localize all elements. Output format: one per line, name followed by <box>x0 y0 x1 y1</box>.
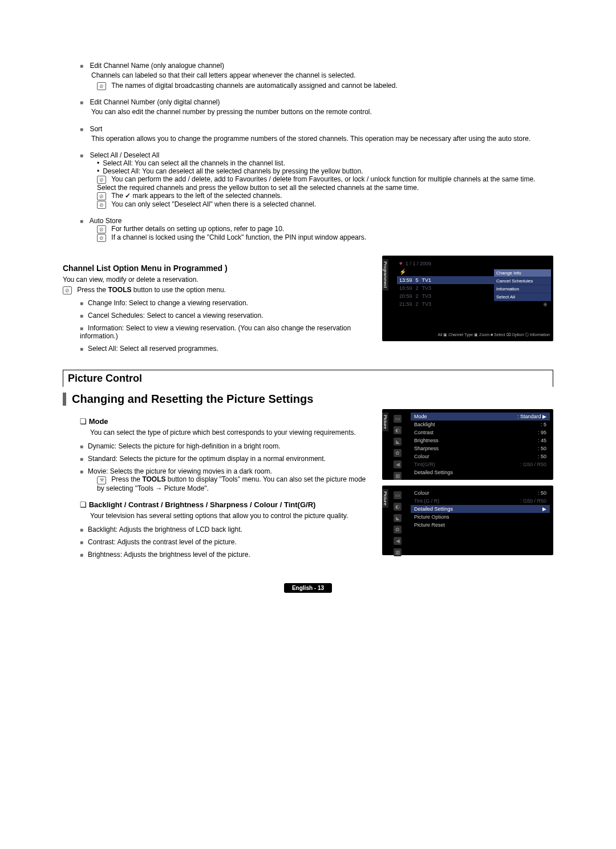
bullet: Deselect All: You can deselect all the s… <box>97 167 553 175</box>
speaker-icon: ◐ <box>394 426 402 434</box>
item-edit-channel-name: Edit Channel Name (only analogue channel… <box>80 62 553 70</box>
note-row: ⊘ Press the TOOLS button to use the opti… <box>63 286 371 294</box>
bullet: Change Info: Select to change a viewing … <box>80 299 371 307</box>
osd-row: Picture Reset <box>411 521 550 529</box>
note-text-post: mark appears to the left of the selected… <box>132 192 282 200</box>
bullet: Brightness: Adjusts the brightness level… <box>80 551 371 559</box>
programmed-desc: You can view, modify or delete a reserva… <box>63 275 371 285</box>
backlight-heading: Backlight / Contrast / Brightness / Shar… <box>80 500 371 509</box>
item-sort: Sort <box>80 125 553 133</box>
osd-date: 1 / 1 / 2009 <box>406 261 431 266</box>
backlight-desc: Your television has several setting opti… <box>90 511 371 521</box>
picture-control-band: Picture Control <box>63 370 553 387</box>
bullet: Cancel Schedules: Select to cancel a vie… <box>80 312 371 320</box>
monitor-icon: ▭ <box>394 491 402 499</box>
arrow-right-icon: ▶ <box>542 414 546 419</box>
osd-tab: Picture <box>382 489 388 508</box>
heart-icon: ♥ <box>399 260 403 266</box>
bullet: Information: Select to view a viewing re… <box>80 324 371 340</box>
note-icon: ⊘ <box>97 201 106 209</box>
osd-row: Colour: 50 <box>411 452 550 460</box>
osd-context-menu: Change Info Cancel Schedules Information… <box>494 269 551 301</box>
osd-row: Contrast: 95 <box>411 428 550 436</box>
gear-icon: ✿ <box>394 525 402 533</box>
item-desc: You can also edit the channel number by … <box>91 107 553 117</box>
picture-osd-col: Picture ▭ ◐ ◣ ✿ ◀ ▦ Mode: Standard ▶ Bac… <box>382 409 553 561</box>
osd-picture-1: Picture ▭ ◐ ◣ ✿ ◀ ▦ Mode: Standard ▶ Bac… <box>382 409 553 480</box>
note-post: button to use the option menu. <box>132 286 226 294</box>
item-auto-store: Auto Store <box>80 217 553 225</box>
tool-pre: Press the <box>111 475 142 483</box>
osd-tab: Picture <box>382 413 388 431</box>
osd-row: Sharpness: 50 <box>411 444 550 452</box>
mode-desc: You can select the type of picture which… <box>90 428 371 438</box>
note-icon: ⊘ <box>97 192 106 200</box>
programmed-text-col: Channel List Option Menu in Programmed )… <box>63 256 371 353</box>
bullet: Movie: Selects the picture for viewing m… <box>80 467 371 475</box>
mode-heading: Mode <box>80 417 371 426</box>
osd-row: 21:59 2 TV3 ◉ <box>397 300 550 308</box>
osd-side-icons: ▭ ◐ ◣ ✿ ◀ ▦ <box>394 491 402 556</box>
note-icon: ⊘ <box>63 286 72 294</box>
bolt-icon: ⚡ <box>399 269 406 275</box>
osd-tab: Programmed <box>382 259 388 290</box>
app-icon: ▦ <box>394 472 402 480</box>
tool-bold: TOOLS <box>142 475 165 483</box>
osd-programmed: Programmed ♥ 1 / 1 / 2009 ⚡ 13:59 5 TV1 … <box>382 256 553 341</box>
bullet: Dynamic: Selects the picture for high-de… <box>80 442 371 450</box>
item-title: Edit Channel Number (only digital channe… <box>90 98 220 106</box>
note-text-pre: The <box>111 192 125 200</box>
osd-row: Brightness: 45 <box>411 436 550 444</box>
input-icon: ◀ <box>394 537 402 545</box>
osd-menu-item: Select All <box>494 293 551 301</box>
item-title: Edit Channel Name (only analogue channel… <box>90 62 224 70</box>
item-title: Auto Store <box>90 217 122 225</box>
osd-side-icons: ▭ ◐ ◣ ✿ ◀ ▦ <box>394 415 402 480</box>
item-title: Select All / Deselect All <box>90 151 159 159</box>
arrow-right-icon: ▶ <box>542 506 546 512</box>
osd-row: Tint (G / R): G50 / R50 <box>411 497 550 505</box>
antenna-icon: ◣ <box>394 438 402 446</box>
picture-text-col: Mode You can select the type of picture … <box>63 409 371 561</box>
osd-row: Detailed Settings <box>411 468 550 476</box>
tool-row: ⚒ Press the TOOLS button to display "Too… <box>97 475 371 492</box>
item-desc: This operation allows you to change the … <box>91 134 553 144</box>
picture-settings-title: Changing and Resetting the Picture Setti… <box>63 393 553 406</box>
note-row: ⊘ For further details on setting up opti… <box>97 225 553 233</box>
note-icon: ⊘ <box>97 176 106 184</box>
note-row: ⊘ The names of digital broadcasting chan… <box>97 82 553 90</box>
osd-row: Picture Options <box>411 513 550 521</box>
item-select-all: Select All / Deselect All <box>80 151 553 159</box>
note-icon: ⊘ <box>97 234 106 242</box>
item-edit-channel-number: Edit Channel Number (only digital channe… <box>80 98 553 106</box>
note-text: You can only select "Deselect All" when … <box>111 200 316 208</box>
note-icon: ⊘ <box>97 82 106 90</box>
osd-menu-item: Change Info <box>494 269 551 277</box>
item-desc: Channels can labeled so that their call … <box>91 71 553 80</box>
osd-row: Mode: Standard ▶ <box>411 413 550 421</box>
page-number: English - 13 <box>284 583 332 593</box>
osd-menu-item: Information <box>494 285 551 293</box>
osd-picture-2: Picture ▭ ◐ ◣ ✿ ◀ ▦ Colour: 50 Tint (G /… <box>382 486 553 555</box>
antenna-icon: ◣ <box>394 514 402 522</box>
app-icon: ▦ <box>394 548 402 556</box>
note-row: ⊘ If a channel is locked using the "Chil… <box>97 233 553 242</box>
gear-icon: ✿ <box>394 449 402 457</box>
check-icon: ✓ <box>125 192 131 200</box>
manual-page: Edit Channel Name (only analogue channel… <box>0 0 616 614</box>
note-icon: ⊘ <box>97 225 106 233</box>
note-row: ⊘ You can perform the add / delete, add … <box>97 175 553 192</box>
note-text: The names of digital broadcasting channe… <box>111 82 398 90</box>
osd-row: Backlight: 5 <box>411 421 550 428</box>
programmed-heading: Channel List Option Menu in Programmed ) <box>63 264 371 273</box>
osd-row: Tint(G/R): G50 / R50 <box>411 460 550 468</box>
note-pre: Press the <box>77 286 108 294</box>
note-row: ⊘ You can only select "Deselect All" whe… <box>97 200 553 209</box>
bullet: Select All: Select all reserved programm… <box>80 345 371 353</box>
note-bold: TOOLS <box>108 286 131 294</box>
bullet: Select All: You can select all the chann… <box>97 159 553 167</box>
monitor-icon: ▭ <box>394 415 402 423</box>
programmed-osd-col: Programmed ♥ 1 / 1 / 2009 ⚡ 13:59 5 TV1 … <box>382 256 553 353</box>
bullet: Contrast: Adjusts the contrast level of … <box>80 538 371 546</box>
note-row: ⊘ The ✓ mark appears to the left of the … <box>97 192 553 200</box>
